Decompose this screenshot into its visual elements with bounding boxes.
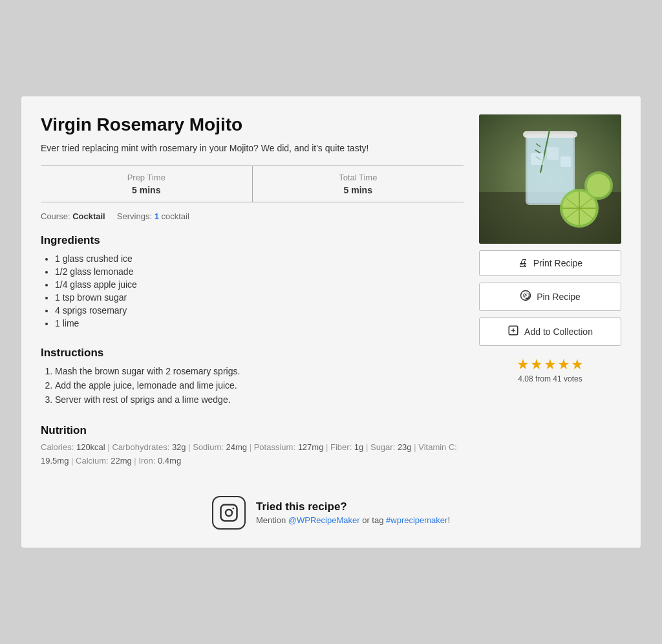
rating-from: from — [535, 374, 551, 383]
rating-section[interactable]: ★★★★★ 4.08 from 41 votes — [479, 356, 621, 383]
ig-section: Tried this recipe? Mention @WPRecipeMake… — [41, 486, 621, 530]
list-item: 1/4 glass apple juice — [55, 279, 464, 290]
course-label: Course: — [41, 211, 70, 221]
svg-point-26 — [233, 508, 235, 510]
recipe-description: Ever tried replacing mint with rosemary … — [41, 142, 464, 155]
list-item: Add the apple juice, lemonade and lime j… — [55, 380, 464, 391]
meta-row: Course: Cocktail Servings: 1 cocktail — [41, 211, 464, 221]
prep-time-value: 5 mins — [41, 185, 252, 195]
recipe-image — [479, 114, 621, 244]
ig-sub-post: ! — [447, 515, 450, 525]
list-item: 1 glass crushed ice — [55, 253, 464, 264]
instructions-heading: Instructions — [41, 347, 464, 360]
total-time-label: Total Time — [253, 173, 464, 182]
print-icon: 🖨 — [518, 257, 528, 269]
servings-unit: cocktail — [161, 211, 189, 221]
svg-point-25 — [226, 510, 232, 516]
list-item: 1/2 glass lemonade — [55, 266, 464, 277]
ig-mention[interactable]: @WPRecipeMaker — [288, 515, 360, 525]
servings-label: Servings: — [117, 211, 152, 221]
nutrition-text: Calories: 120kcal | Carbohydrates: 32g |… — [41, 441, 464, 468]
print-recipe-button[interactable]: 🖨 Print Recipe — [479, 250, 621, 276]
prep-time-cell: Prep Time 5 mins — [41, 166, 253, 202]
svg-rect-18 — [547, 147, 559, 160]
bottom-content: Ingredients 1 glass crushed ice1/2 glass… — [41, 234, 464, 468]
svg-point-16 — [587, 174, 610, 197]
rating-value: 4.08 — [518, 374, 533, 383]
rating-votes: 41 — [553, 374, 561, 383]
prep-time-label: Prep Time — [41, 173, 252, 182]
list-item: 1 lime — [55, 318, 464, 328]
svg-rect-19 — [561, 156, 571, 167]
rating-stars[interactable]: ★★★★★ — [479, 356, 621, 373]
print-btn-label: Print Recipe — [533, 258, 582, 268]
ig-sub-pre: Mention — [256, 515, 288, 525]
collection-icon — [507, 325, 519, 339]
servings-num: 1 — [155, 211, 159, 221]
recipe-title: Virgin Rosemary Mojito — [41, 114, 464, 135]
nutrition-heading: Nutrition — [41, 424, 464, 437]
ig-text-block: Tried this recipe? Mention @WPRecipeMake… — [256, 500, 450, 525]
recipe-details: Virgin Rosemary Mojito Ever tried replac… — [41, 114, 464, 468]
course-value: Cocktail — [72, 211, 105, 221]
top-right-panel: 🖨 Print Recipe Pin Recipe — [479, 114, 621, 468]
list-item: 4 sprigs rosemary — [55, 305, 464, 316]
svg-rect-3 — [528, 136, 573, 203]
ig-sub: Mention @WPRecipeMaker or tag #wprecipem… — [256, 515, 450, 525]
ig-sub-mid: or tag — [360, 515, 386, 525]
rating-votes-label: votes — [564, 374, 582, 383]
pinterest-icon — [520, 290, 531, 304]
instructions-list: Mash the brown sugar with 2 rosemary spr… — [41, 366, 464, 409]
ingredients-heading: Ingredients — [41, 234, 464, 247]
svg-rect-4 — [523, 131, 577, 138]
top-section: Virgin Rosemary Mojito Ever tried replac… — [41, 114, 621, 468]
collection-btn-label: Add to Collection — [524, 327, 593, 337]
add-to-collection-button[interactable]: Add to Collection — [479, 317, 621, 346]
ig-heading: Tried this recipe? — [256, 500, 450, 513]
recipe-card: Virgin Rosemary Mojito Ever tried replac… — [21, 96, 641, 549]
total-time-cell: Total Time 5 mins — [253, 166, 464, 202]
total-time-value: 5 mins — [253, 185, 464, 195]
svg-rect-17 — [531, 153, 544, 165]
list-item: Server with rest of sprigs and a lime we… — [55, 394, 464, 405]
svg-rect-24 — [220, 505, 237, 521]
ig-tag[interactable]: #wprecipemaker — [386, 515, 447, 525]
time-table: Prep Time 5 mins Total Time 5 mins — [41, 166, 464, 202]
instagram-icon — [212, 496, 246, 530]
pin-btn-label: Pin Recipe — [537, 292, 581, 302]
list-item: Mash the brown sugar with 2 rosemary spr… — [55, 366, 464, 376]
ingredients-list: 1 glass crushed ice1/2 glass lemonade1/4… — [41, 253, 464, 331]
rating-text: 4.08 from 41 votes — [479, 374, 621, 383]
list-item: 1 tsp brown sugar — [55, 292, 464, 303]
pin-recipe-button[interactable]: Pin Recipe — [479, 283, 621, 311]
